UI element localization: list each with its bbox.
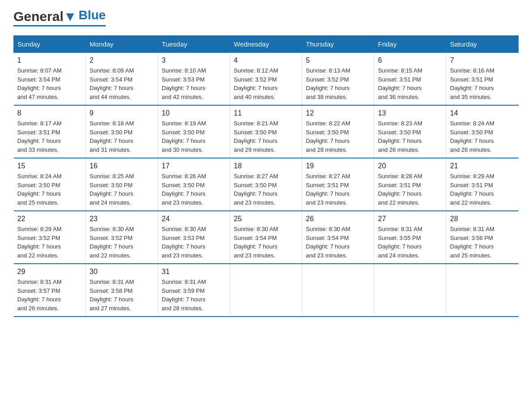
calendar-week-row: 1 Sunrise: 8:07 AMSunset: 3:54 PMDayligh… [14, 53, 519, 106]
day-info: Sunrise: 8:15 AMSunset: 3:51 PMDaylight:… [378, 66, 442, 101]
calendar-day-cell: 17 Sunrise: 8:26 AMSunset: 3:50 PMDaylig… [158, 158, 230, 211]
day-number: 28 [450, 215, 515, 223]
day-info: Sunrise: 8:30 AMSunset: 3:53 PMDaylight:… [162, 225, 226, 260]
day-info: Sunrise: 8:21 AMSunset: 3:50 PMDaylight:… [234, 119, 298, 154]
calendar-day-cell: 5 Sunrise: 8:13 AMSunset: 3:52 PMDayligh… [302, 53, 374, 106]
day-info: Sunrise: 8:31 AMSunset: 3:58 PMDaylight:… [90, 278, 154, 313]
calendar-day-cell: 12 Sunrise: 8:22 AMSunset: 3:50 PMDaylig… [302, 105, 374, 158]
day-info: Sunrise: 8:07 AMSunset: 3:54 PMDaylight:… [17, 66, 82, 101]
day-info: Sunrise: 8:31 AMSunset: 3:57 PMDaylight:… [17, 278, 82, 313]
day-number: 11 [234, 109, 298, 117]
day-number: 12 [306, 109, 370, 117]
page-header: General▼Blue [13, 9, 519, 26]
day-number: 9 [90, 109, 154, 117]
calendar-day-cell: 18 Sunrise: 8:27 AMSunset: 3:50 PMDaylig… [230, 158, 302, 211]
day-info: Sunrise: 8:30 AMSunset: 3:54 PMDaylight:… [306, 225, 370, 260]
day-number: 25 [234, 215, 298, 223]
day-info: Sunrise: 8:24 AMSunset: 3:50 PMDaylight:… [17, 172, 82, 207]
calendar-day-cell: 19 Sunrise: 8:27 AMSunset: 3:51 PMDaylig… [302, 158, 374, 211]
calendar-day-cell [446, 264, 519, 317]
day-info: Sunrise: 8:27 AMSunset: 3:50 PMDaylight:… [234, 172, 298, 207]
day-info: Sunrise: 8:10 AMSunset: 3:53 PMDaylight:… [162, 66, 226, 101]
calendar-day-cell: 30 Sunrise: 8:31 AMSunset: 3:58 PMDaylig… [86, 264, 158, 317]
day-info: Sunrise: 8:13 AMSunset: 3:52 PMDaylight:… [306, 66, 370, 101]
day-of-week-header: Friday [374, 36, 446, 53]
day-of-week-header: Saturday [446, 36, 519, 53]
day-info: Sunrise: 8:17 AMSunset: 3:51 PMDaylight:… [17, 119, 82, 154]
day-of-week-header: Sunday [14, 36, 86, 53]
day-info: Sunrise: 8:12 AMSunset: 3:52 PMDaylight:… [234, 66, 298, 101]
day-number: 31 [162, 268, 226, 276]
day-info: Sunrise: 8:19 AMSunset: 3:50 PMDaylight:… [162, 119, 226, 154]
day-info: Sunrise: 8:22 AMSunset: 3:50 PMDaylight:… [306, 119, 370, 154]
calendar-day-cell: 10 Sunrise: 8:19 AMSunset: 3:50 PMDaylig… [158, 105, 230, 158]
day-number: 10 [162, 109, 226, 117]
day-number: 3 [162, 56, 226, 64]
calendar-day-cell: 2 Sunrise: 8:09 AMSunset: 3:54 PMDayligh… [86, 53, 158, 106]
day-number: 27 [378, 215, 442, 223]
calendar-day-cell: 7 Sunrise: 8:16 AMSunset: 3:51 PMDayligh… [446, 53, 519, 106]
calendar-day-cell: 13 Sunrise: 8:23 AMSunset: 3:50 PMDaylig… [374, 105, 446, 158]
calendar-day-cell: 6 Sunrise: 8:15 AMSunset: 3:51 PMDayligh… [374, 53, 446, 106]
calendar-day-cell: 1 Sunrise: 8:07 AMSunset: 3:54 PMDayligh… [14, 53, 86, 106]
day-info: Sunrise: 8:24 AMSunset: 3:50 PMDaylight:… [450, 119, 515, 154]
day-info: Sunrise: 8:18 AMSunset: 3:50 PMDaylight:… [90, 119, 154, 154]
logo: General▼Blue [13, 9, 106, 26]
day-number: 13 [378, 109, 442, 117]
calendar-week-row: 22 Sunrise: 8:29 AMSunset: 3:52 PMDaylig… [14, 211, 519, 264]
day-number: 16 [90, 162, 154, 170]
day-number: 20 [378, 162, 442, 170]
calendar-table: SundayMondayTuesdayWednesdayThursdayFrid… [13, 35, 519, 317]
day-number: 30 [90, 268, 154, 276]
day-of-week-header: Thursday [302, 36, 374, 53]
day-number: 26 [306, 215, 370, 223]
day-number: 8 [17, 109, 82, 117]
day-info: Sunrise: 8:25 AMSunset: 3:50 PMDaylight:… [90, 172, 154, 207]
day-number: 21 [450, 162, 515, 170]
calendar-day-cell: 8 Sunrise: 8:17 AMSunset: 3:51 PMDayligh… [14, 105, 86, 158]
day-info: Sunrise: 8:09 AMSunset: 3:54 PMDaylight:… [90, 66, 154, 101]
calendar-day-cell: 3 Sunrise: 8:10 AMSunset: 3:53 PMDayligh… [158, 53, 230, 106]
day-of-week-header: Wednesday [230, 36, 302, 53]
day-number: 6 [378, 56, 442, 64]
calendar-day-cell: 25 Sunrise: 8:30 AMSunset: 3:54 PMDaylig… [230, 211, 302, 264]
day-info: Sunrise: 8:23 AMSunset: 3:50 PMDaylight:… [378, 119, 442, 154]
day-info: Sunrise: 8:30 AMSunset: 3:52 PMDaylight:… [90, 225, 154, 260]
calendar-day-cell [302, 264, 374, 317]
calendar-day-cell: 29 Sunrise: 8:31 AMSunset: 3:57 PMDaylig… [14, 264, 86, 317]
day-number: 15 [17, 162, 82, 170]
calendar-day-cell: 20 Sunrise: 8:28 AMSunset: 3:51 PMDaylig… [374, 158, 446, 211]
logo-underline [13, 25, 106, 26]
calendar-day-cell: 14 Sunrise: 8:24 AMSunset: 3:50 PMDaylig… [446, 105, 519, 158]
calendar-day-cell: 26 Sunrise: 8:30 AMSunset: 3:54 PMDaylig… [302, 211, 374, 264]
day-number: 18 [234, 162, 298, 170]
calendar-day-cell: 31 Sunrise: 8:31 AMSunset: 3:59 PMDaylig… [158, 264, 230, 317]
calendar-day-cell: 16 Sunrise: 8:25 AMSunset: 3:50 PMDaylig… [86, 158, 158, 211]
calendar-day-cell: 11 Sunrise: 8:21 AMSunset: 3:50 PMDaylig… [230, 105, 302, 158]
calendar-day-cell: 22 Sunrise: 8:29 AMSunset: 3:52 PMDaylig… [14, 211, 86, 264]
day-number: 2 [90, 56, 154, 64]
day-info: Sunrise: 8:29 AMSunset: 3:51 PMDaylight:… [450, 172, 515, 207]
day-of-week-header: Monday [86, 36, 158, 53]
day-number: 14 [450, 109, 515, 117]
day-info: Sunrise: 8:31 AMSunset: 3:59 PMDaylight:… [162, 278, 226, 313]
day-number: 4 [234, 56, 298, 64]
day-info: Sunrise: 8:31 AMSunset: 3:56 PMDaylight:… [450, 225, 515, 260]
calendar-week-row: 29 Sunrise: 8:31 AMSunset: 3:57 PMDaylig… [14, 264, 519, 317]
calendar-day-cell: 27 Sunrise: 8:31 AMSunset: 3:55 PMDaylig… [374, 211, 446, 264]
calendar-day-cell: 28 Sunrise: 8:31 AMSunset: 3:56 PMDaylig… [446, 211, 519, 264]
calendar-week-row: 8 Sunrise: 8:17 AMSunset: 3:51 PMDayligh… [14, 105, 519, 158]
calendar-day-cell: 21 Sunrise: 8:29 AMSunset: 3:51 PMDaylig… [446, 158, 519, 211]
calendar-header-row: SundayMondayTuesdayWednesdayThursdayFrid… [14, 36, 519, 53]
calendar-day-cell: 15 Sunrise: 8:24 AMSunset: 3:50 PMDaylig… [14, 158, 86, 211]
calendar-week-row: 15 Sunrise: 8:24 AMSunset: 3:50 PMDaylig… [14, 158, 519, 211]
day-info: Sunrise: 8:28 AMSunset: 3:51 PMDaylight:… [378, 172, 442, 207]
day-info: Sunrise: 8:30 AMSunset: 3:54 PMDaylight:… [234, 225, 298, 260]
day-number: 7 [450, 56, 515, 64]
day-info: Sunrise: 8:27 AMSunset: 3:51 PMDaylight:… [306, 172, 370, 207]
day-info: Sunrise: 8:16 AMSunset: 3:51 PMDaylight:… [450, 66, 515, 101]
day-number: 1 [17, 56, 82, 64]
day-number: 17 [162, 162, 226, 170]
day-info: Sunrise: 8:31 AMSunset: 3:55 PMDaylight:… [378, 225, 442, 260]
day-of-week-header: Tuesday [158, 36, 230, 53]
